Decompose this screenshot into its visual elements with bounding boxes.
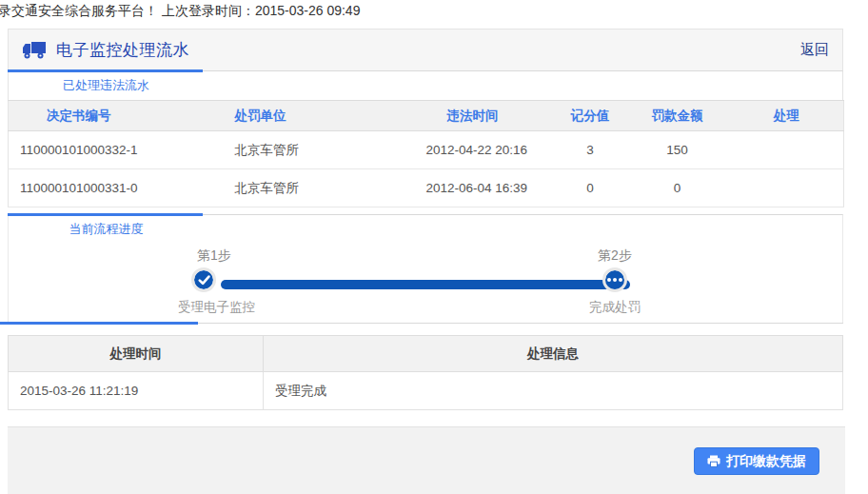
step-2-name: 完成处罚	[589, 299, 641, 316]
step-1-name: 受理电子监控	[178, 299, 255, 316]
cell-fine-amount: 0	[625, 169, 730, 207]
cell-points: 0	[556, 169, 625, 207]
panel-header: 电子监控处理流水 返回	[8, 29, 843, 70]
col-fine-amount: 罚款金额	[625, 101, 730, 131]
col-process-info: 处理信息	[264, 336, 843, 372]
welcome-text: 录交通安全综合服务平台！ 上次登录时间：2015-03-26 09:49	[0, 3, 360, 18]
tab-processed-violations[interactable]: 已处理违法流水	[9, 71, 204, 100]
process-log-table: 处理时间 处理信息 2015-03-26 11:21:19 受理完成	[8, 335, 843, 410]
table-row: 2015-03-26 11:21:19 受理完成	[9, 372, 843, 410]
col-punish-unit: 处罚单位	[227, 101, 423, 131]
cell-violation-time: 2012-06-04 16:39	[423, 169, 556, 207]
log-header-row: 处理时间 处理信息	[9, 336, 843, 372]
cell-process-info: 受理完成	[264, 372, 843, 410]
cell-action	[730, 169, 844, 207]
check-icon	[191, 267, 216, 292]
page-title: 电子监控处理流水	[56, 39, 189, 61]
step-2: 第2步 完成处罚	[569, 246, 661, 316]
cell-points: 3	[556, 131, 625, 169]
printer-icon	[707, 455, 720, 467]
tab-current-progress[interactable]: 当前流程进度	[9, 215, 204, 244]
cell-fine-amount: 150	[625, 131, 730, 169]
step-1: 第1步 受理电子监控	[178, 246, 292, 316]
col-process-time: 处理时间	[9, 336, 264, 372]
process-log-panel: 处理时间 处理信息 2015-03-26 11:21:19 受理完成	[8, 323, 843, 410]
cell-decision-no: 110000101000332-1	[9, 131, 227, 169]
footer-bar: 打印缴款凭据	[8, 426, 845, 494]
step-2-label: 第2步	[598, 246, 632, 265]
violations-table: 决定书编号 处罚单位 违法时间 记分值 罚款金额 处理 110000101000…	[8, 100, 844, 207]
cell-punish-unit: 北京车管所	[227, 131, 423, 169]
cell-process-time: 2015-03-26 11:21:19	[9, 372, 264, 410]
col-points: 记分值	[556, 101, 625, 131]
welcome-bar: 录交通安全综合服务平台！ 上次登录时间：2015-03-26 09:49	[0, 0, 868, 29]
violations-tabrow: 已处理违法流水	[8, 70, 843, 100]
main-panel: 电子监控处理流水 返回 已处理违法流水 决定书编号 处罚单位 违法时间 记分值 …	[8, 29, 843, 410]
cell-punish-unit: 北京车管所	[227, 169, 423, 207]
table-row: 110000101000331-0 北京车管所 2012-06-04 16:39…	[9, 169, 844, 207]
cell-action	[730, 131, 844, 169]
progress-panel: 当前流程进度 第1步 受理电子监控 第2步	[8, 214, 843, 323]
truck-icon	[22, 41, 47, 59]
progress-stepper: 第1步 受理电子监控 第2步 完成处罚	[206, 246, 645, 322]
col-action: 处理	[730, 101, 844, 131]
table-row: 110000101000332-1 北京车管所 2012-04-22 20:16…	[9, 131, 844, 169]
step-1-label: 第1步	[178, 246, 231, 265]
back-button[interactable]: 返回	[800, 41, 829, 59]
col-decision-no: 决定书编号	[9, 101, 227, 131]
violations-header-row: 决定书编号 处罚单位 违法时间 记分值 罚款金额 处理	[9, 101, 844, 131]
col-violation-time: 违法时间	[423, 101, 556, 131]
print-receipt-label: 打印缴款凭据	[726, 453, 806, 470]
cell-decision-no: 110000101000331-0	[9, 169, 227, 207]
print-receipt-button[interactable]: 打印缴款凭据	[694, 447, 819, 475]
cell-violation-time: 2012-04-22 20:16	[423, 131, 556, 169]
ellipsis-icon	[602, 267, 627, 292]
